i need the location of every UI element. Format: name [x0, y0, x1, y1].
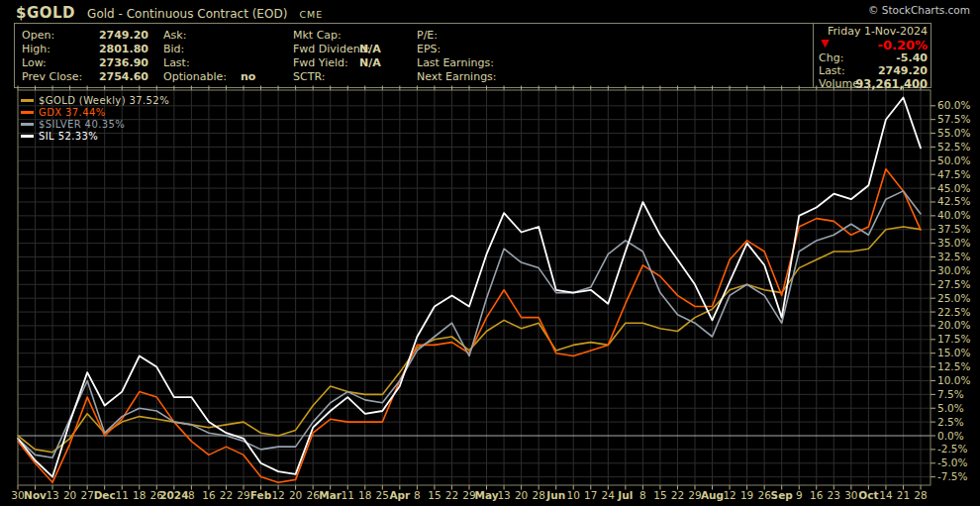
legend-swatch-icon	[21, 111, 34, 114]
x-axis-label: 22	[220, 489, 233, 501]
x-axis-label: 15	[653, 489, 666, 501]
y-axis-label: 35.0%	[937, 237, 970, 249]
y-axis-label: 5.0%	[937, 402, 964, 414]
y-axis-label: 25.0%	[937, 292, 970, 304]
y-axis-label: 57.5%	[937, 113, 970, 125]
price-performance-chart: 60.0%57.5%55.0%52.5%50.0%47.5%45.0%42.5%…	[0, 0, 980, 506]
x-axis-label: 25	[376, 489, 389, 501]
legend-swatch-icon	[21, 99, 34, 102]
x-axis-label: 27	[80, 489, 93, 501]
x-axis-label: 30	[11, 489, 24, 501]
y-axis-label: -2.5%	[937, 443, 967, 455]
plot-border	[18, 90, 931, 485]
x-axis-label: Oct	[858, 489, 878, 501]
y-axis-label: 55.0%	[937, 127, 970, 139]
x-axis-label: 8	[188, 489, 195, 501]
x-axis-label: 22	[445, 489, 458, 501]
legend-label: SIL 52.33%	[39, 131, 98, 142]
x-axis-label: 2024	[159, 489, 188, 501]
x-axis-label: 18	[358, 489, 371, 501]
x-axis-label: 13	[46, 489, 58, 501]
y-axis-label: 12.5%	[937, 360, 970, 372]
x-axis-label: 26	[757, 489, 771, 501]
x-axis-label: Mar	[319, 489, 343, 501]
legend-label: $SILVER 40.35%	[39, 119, 125, 130]
x-axis-label: 9	[796, 489, 803, 501]
x-axis-label: 18	[133, 489, 146, 501]
x-axis-label: Dec	[94, 489, 116, 501]
y-axis-label: 47.5%	[937, 168, 970, 180]
y-axis-label: 27.5%	[937, 278, 970, 290]
x-axis-label: 29	[688, 489, 701, 501]
x-axis-label: 10	[567, 489, 580, 501]
x-axis-label: 15	[428, 489, 441, 501]
x-axis-label: Jul	[617, 489, 633, 501]
y-axis-label: -5.0%	[937, 456, 967, 468]
x-axis-label: 11	[116, 489, 129, 501]
y-axis-label: 42.5%	[937, 195, 970, 207]
x-axis-label: 20	[63, 489, 76, 501]
y-axis-label: 2.5%	[937, 416, 964, 428]
x-axis-label: 11	[342, 489, 354, 501]
legend-item-$SILVER: $SILVER 40.35%	[21, 118, 169, 130]
x-axis-label: 8	[639, 489, 646, 501]
y-axis-label: 7.5%	[937, 388, 964, 400]
y-axis-label: -7.5%	[937, 470, 967, 482]
y-axis-label: 37.5%	[937, 223, 970, 235]
x-axis-label: 24	[602, 489, 616, 501]
y-axis-label: 20.0%	[937, 319, 970, 331]
y-axis-label: 17.5%	[937, 333, 970, 345]
x-axis-label: 17	[584, 489, 597, 501]
x-axis-label: 28	[914, 489, 927, 501]
x-axis-label: 22	[671, 489, 684, 501]
x-axis-label: Feb	[250, 489, 272, 501]
y-axis-label: 32.5%	[937, 251, 970, 262]
x-axis-label: Aug	[701, 489, 724, 501]
x-axis-label: 14	[879, 489, 893, 501]
x-axis-label: 29	[237, 489, 249, 501]
legend-item-GDX: GDX 37.44%	[21, 106, 169, 118]
y-axis-label: 50.0%	[937, 154, 970, 166]
stockcharts-page: $GOLD Gold - Continuous Contract (EOD) C…	[0, 0, 980, 506]
x-axis-label: 13	[497, 489, 510, 501]
legend-item-SIL: SIL 52.33%	[21, 130, 169, 142]
x-axis-label: 23	[828, 489, 840, 501]
x-axis-label: Nov	[24, 489, 47, 501]
x-axis-label: 26	[306, 489, 320, 501]
x-axis-label: 20	[289, 489, 302, 501]
y-axis-label: 40.0%	[937, 209, 970, 221]
y-axis-label: 60.0%	[937, 99, 970, 111]
x-axis-label: 19	[740, 489, 753, 501]
legend-label: $GOLD (Weekly) 37.52%	[39, 95, 169, 106]
x-axis-label: 16	[202, 489, 216, 501]
x-axis-label: 16	[810, 489, 824, 501]
x-axis-label: 21	[897, 489, 910, 501]
chart-legend: $GOLD (Weekly) 37.52%GDX 37.44%$SILVER 4…	[21, 94, 169, 142]
x-axis-label: Apr	[389, 489, 411, 501]
legend-swatch-icon	[21, 123, 34, 126]
legend-swatch-icon	[21, 135, 34, 138]
y-axis-label: 52.5%	[937, 141, 970, 152]
x-axis-label: 30	[844, 489, 857, 501]
y-axis-label: 22.5%	[937, 306, 970, 318]
x-axis-label: 28	[532, 489, 544, 501]
y-axis-label: 30.0%	[937, 264, 970, 276]
y-axis-label: 0.0%	[937, 430, 964, 442]
y-axis-label: 15.0%	[937, 347, 970, 358]
x-axis-label: 12	[271, 489, 284, 501]
legend-item-$GOLD: $GOLD (Weekly) 37.52%	[21, 94, 169, 106]
y-axis-label: 10.0%	[937, 374, 970, 386]
y-axis-label: 45.0%	[937, 182, 970, 194]
x-axis-label: May	[475, 489, 499, 501]
x-axis-label: 8	[414, 489, 421, 501]
x-axis-label: Sep	[771, 489, 794, 501]
x-axis-label: 20	[515, 489, 528, 501]
legend-label: GDX 37.44%	[39, 107, 106, 118]
x-axis-label: 12	[723, 489, 735, 501]
x-axis-label: Jun	[545, 489, 565, 501]
